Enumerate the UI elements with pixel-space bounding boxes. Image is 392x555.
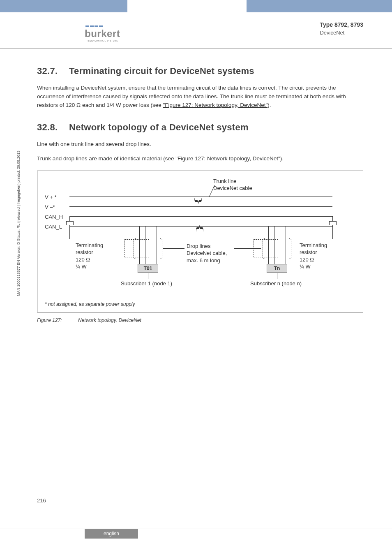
page-header: burkert FLUID CONTROL SYSTEMS Type 8792,…	[0, 19, 392, 49]
text: resistor	[76, 249, 103, 256]
section-num: 32.8.	[37, 122, 69, 133]
drop-line	[286, 226, 286, 264]
content: 32.7.Terminating circuit for DeviceNet s…	[37, 66, 363, 323]
brace-icon: }	[194, 223, 204, 234]
drop-bracket	[125, 239, 149, 257]
text: Terminating	[76, 242, 103, 249]
figure-127: Trunk line DeviceNet cable V + * V –* CA…	[37, 171, 363, 312]
terminator-label-right: Terminating resistor 120 Ω ¼ W	[300, 242, 327, 271]
lead	[69, 229, 70, 239]
section-heading-328: 32.8.Network topology of a DeviceNet sys…	[37, 122, 363, 133]
trunk-label: Trunk line DeviceNet cable	[213, 178, 252, 192]
footer-language: english	[85, 529, 138, 539]
text: Trunk line	[213, 178, 252, 185]
label-vplus: V + *	[45, 192, 63, 202]
text: Drop lines	[187, 243, 227, 250]
terminator-label-left: Terminating resistor 120 Ω ¼ W	[76, 242, 103, 271]
side-metadata: MAN 1000118577 EN Version: D Status: RL …	[16, 150, 21, 296]
lead	[148, 273, 148, 279]
drop-line	[280, 226, 280, 264]
text: .	[282, 155, 284, 162]
subscriber-label-n: Subscriber n (node n)	[250, 280, 302, 287]
section-title: Network topology of a DeviceNet system	[69, 122, 249, 132]
drop-line	[151, 226, 151, 264]
doc-type: Type 8792, 8793	[320, 21, 363, 28]
section-num: 32.7.	[37, 66, 69, 76]
label-canh: CAN_H	[45, 212, 63, 222]
section-328-p1: Line with one trunk line and several dro…	[37, 140, 363, 149]
subscriber-label-1: Subscriber 1 (node 1)	[121, 280, 172, 287]
node-label: T01	[144, 266, 152, 271]
figure-number: Figure 127:	[37, 317, 78, 323]
text: ¼ W	[300, 263, 327, 271]
node-label: Tn	[274, 266, 280, 271]
header-accent-right	[247, 0, 392, 12]
figure-caption: Figure 127:Network topology, DeviceNet	[37, 317, 363, 323]
figure-footnote: * not assigned, as separate power supply	[45, 301, 355, 307]
text: 120 Ω	[300, 256, 327, 264]
text: 120 Ω	[76, 256, 103, 264]
logo-subtext: FLUID CONTROL SYSTEMS	[87, 39, 118, 42]
text: Terminating	[300, 242, 327, 249]
page-number: 216	[37, 497, 46, 504]
brace	[160, 238, 162, 259]
text: max. 6 m long	[187, 257, 227, 264]
brace	[134, 238, 136, 259]
brace-icon: }	[194, 196, 204, 206]
label-vminus: V –*	[45, 202, 63, 212]
header-accent-left	[0, 0, 127, 12]
logo-text: burkert	[85, 28, 120, 39]
section-327-body: When installing a DeviceNet system, ensu…	[37, 84, 363, 110]
logo: burkert FLUID CONTROL SYSTEMS	[85, 25, 120, 42]
text: DeviceNet cable	[213, 185, 252, 192]
diagram: Trunk line DeviceNet cable V + * V –* CA…	[45, 180, 355, 293]
signal-labels: V + * V –* CAN_H CAN_L	[45, 192, 63, 232]
resistor-icon	[329, 221, 337, 225]
node-box-t01: T01	[138, 264, 158, 273]
figure-link[interactable]: "Figure 127: Network topology, DeviceNet…	[163, 102, 268, 108]
brace	[263, 238, 265, 259]
section-328-p2: Trunk and drop lines are made of identic…	[37, 155, 363, 163]
text: ).	[267, 102, 271, 108]
footer-rule	[0, 529, 392, 529]
text: ¼ W	[76, 263, 103, 271]
figure-title: Network topology, DeviceNet	[78, 317, 141, 323]
leader-line	[163, 248, 184, 249]
doc-subtitle: DeviceNet	[320, 30, 363, 36]
node-box-tn: Tn	[267, 264, 287, 273]
brace	[289, 238, 291, 259]
figure-link[interactable]: "Figure 127: Network topology, DeviceNet…	[175, 155, 282, 162]
bus-line	[69, 216, 332, 217]
lead	[277, 273, 277, 279]
drop-label: Drop lines DeviceNet cable, max. 6 m lon…	[187, 243, 227, 264]
section-title: Terminating circuit for DeviceNet system…	[69, 66, 254, 76]
leader-line	[234, 248, 261, 249]
text: resistor	[300, 249, 327, 256]
lead	[332, 229, 333, 239]
resistor-icon	[66, 221, 74, 225]
text: Trunk and drop lines are made of identic…	[37, 155, 175, 162]
drop-line	[157, 226, 157, 264]
label-canl: CAN_L	[45, 222, 63, 232]
section-heading-327: 32.7.Terminating circuit for DeviceNet s…	[37, 66, 363, 76]
text: DeviceNet cable,	[187, 250, 227, 257]
